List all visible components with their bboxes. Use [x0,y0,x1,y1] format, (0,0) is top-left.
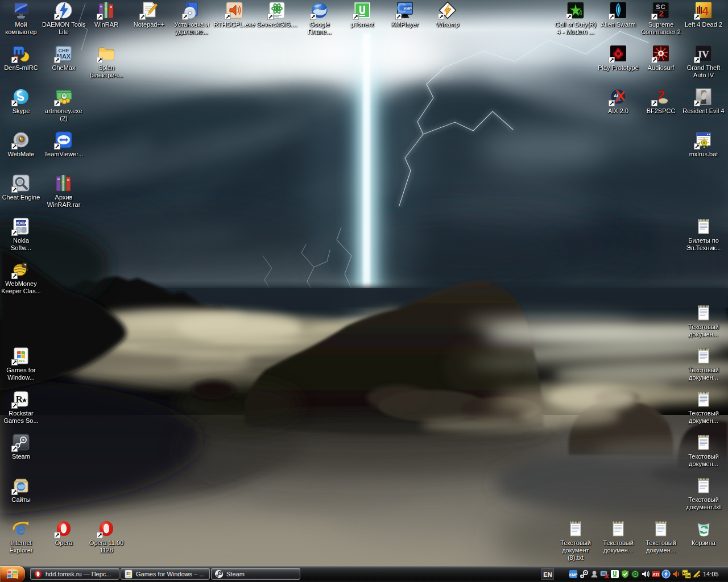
svg-text:4: 4 [702,5,709,17]
svg-text:AI: AI [614,93,618,98]
svg-text:KMP: KMP [404,6,412,10]
svg-text:LIVE: LIVE [17,359,24,363]
svg-text:NOKIA: NOKIA [15,221,27,225]
svg-text:KMP: KMP [569,573,578,577]
svg-text:4: 4 [578,9,582,17]
svg-text:Ru: Ru [686,574,690,577]
svg-text:LIVE: LIVE [126,575,131,577]
svg-text:ATI: ATI [653,572,659,576]
